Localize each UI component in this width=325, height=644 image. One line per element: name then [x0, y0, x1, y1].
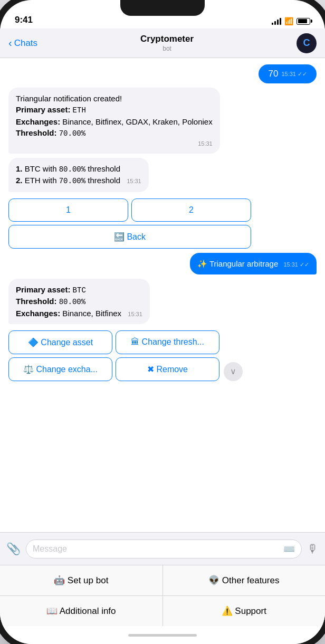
bubble-line: Triangular notification created!: [16, 93, 213, 104]
signal-icon: [272, 18, 281, 25]
received-bubble: Triangular notification created! Primary…: [8, 88, 220, 154]
message-row: Primary asset: BTC Threshold: 80.00% Exc…: [8, 279, 317, 324]
keyboard-button-change-asset[interactable]: 🔷 Change asset: [8, 330, 112, 354]
sent-bubble: ✨ Triangular arbitrage 15:31 ✓✓: [190, 253, 317, 274]
bubble-line: Exchanges: Binance, Bitfinex, GDAX, Krak…: [16, 116, 213, 127]
bubble-time: 15:31 ✓✓: [281, 71, 307, 78]
bottom-kb-other-features[interactable]: 👽 Other features: [163, 565, 326, 595]
chat-area: 70 15:31 ✓✓ Triangular notification crea…: [0, 58, 325, 532]
notch: [120, 0, 205, 16]
message-row: ✨ Triangular arbitrage 15:31 ✓✓: [8, 253, 317, 274]
input-bar: 📎 Message ⌨️ 🎙: [0, 532, 325, 565]
attach-icon[interactable]: 📎: [6, 542, 21, 556]
keyboard-button-back[interactable]: 🔙 Back: [8, 225, 251, 249]
keyboard-container: 1 2 🔙 Back: [8, 198, 251, 249]
bubble-time: 15:31: [16, 140, 213, 148]
keyboard-row: ⚖️ Change excha... ✖ Remove: [8, 357, 219, 381]
keyboard-container: 🔷 Change asset 🏛 Change thresh... ⚖️ Cha…: [8, 330, 219, 381]
bubble-line: 1. BTC with 80.00% threshold: [16, 163, 141, 175]
status-time: 9:41: [15, 15, 33, 25]
chat-subtitle: bot: [140, 45, 194, 52]
bubble-time: 15:31: [127, 178, 141, 184]
avatar[interactable]: C: [297, 33, 317, 53]
home-bar: [128, 634, 197, 637]
keyboard-row: 🔷 Change asset 🏛 Change thresh...: [8, 330, 219, 354]
chat-title: Cryptometer: [140, 34, 194, 44]
keyboard-button-2[interactable]: 2: [131, 198, 251, 222]
keyboard-row: 1 2: [8, 198, 251, 222]
message-row: 1. BTC with 80.00% threshold 2. ETH with…: [8, 158, 317, 192]
bottom-kb-support[interactable]: ⚠️ Support: [163, 596, 326, 626]
bubble-line: Primary asset: BTC: [16, 284, 142, 296]
keyboard-row: 🔙 Back: [8, 225, 251, 249]
keyboard-icon: ⌨️: [283, 543, 295, 555]
mic-icon[interactable]: 🎙: [307, 542, 319, 556]
received-bubble: 1. BTC with 80.00% threshold 2. ETH with…: [8, 158, 149, 192]
wifi-icon: 📶: [284, 17, 293, 25]
back-button[interactable]: ‹ Chats: [8, 37, 37, 49]
message-row: 70 15:31 ✓✓: [8, 64, 317, 83]
bubble-line: Primary asset: ETH: [16, 104, 213, 116]
bubble-time: 15:31 ✓✓: [283, 261, 309, 268]
bottom-keyboard: 🤖 Set up bot 👽 Other features 📖 Addition…: [0, 565, 325, 626]
keyboard-button-change-exchange[interactable]: ⚖️ Change excha...: [8, 357, 112, 381]
message-placeholder: Message: [33, 544, 279, 554]
bubble-line: 2. ETH with 70.00% threshold 15:31: [16, 175, 141, 187]
bottom-kb-additional-info[interactable]: 📖 Additional info: [0, 596, 162, 626]
bubble-text: ✨ Triangular arbitrage: [197, 259, 278, 268]
keyboard-button-1[interactable]: 1: [8, 198, 128, 222]
inline-keyboard-row: 🔷 Change asset 🏛 Change thresh... ⚖️ Cha…: [8, 328, 317, 381]
bubble-text: 70: [268, 69, 278, 79]
chevron-left-icon: ‹: [8, 37, 12, 49]
chevron-down-icon: ∨: [230, 366, 236, 376]
sent-bubble: 70 15:31 ✓✓: [259, 64, 317, 83]
back-label: Chats: [14, 38, 37, 49]
home-indicator: [0, 626, 325, 644]
bubble-line: Threshold: 70.00%: [16, 127, 213, 139]
keyboard-button-remove[interactable]: ✖ Remove: [116, 357, 219, 381]
message-row: Triangular notification created! Primary…: [8, 88, 317, 154]
nav-bar: ‹ Chats Cryptometer bot C: [0, 29, 325, 58]
message-input-container[interactable]: Message ⌨️: [26, 539, 302, 558]
nav-title-section: Cryptometer bot: [140, 34, 194, 52]
bubble-time: 15:31: [128, 311, 142, 317]
bottom-kb-setup-bot[interactable]: 🤖 Set up bot: [0, 565, 162, 595]
bubble-line: Threshold: 80.00%: [16, 296, 142, 308]
status-icons: 📶: [272, 17, 310, 25]
inline-keyboard: 1 2 🔙 Back: [8, 196, 317, 249]
battery-icon: [297, 18, 310, 25]
phone-frame: 9:41 📶 ‹ Chats Cryptometer bot C: [0, 0, 325, 644]
received-bubble: Primary asset: BTC Threshold: 80.00% Exc…: [8, 279, 150, 324]
keyboard-button-change-threshold[interactable]: 🏛 Change thresh...: [116, 330, 219, 354]
bubble-line: Exchanges: Binance, Bitfinex 15:31: [16, 308, 142, 319]
scroll-down-button[interactable]: ∨: [224, 362, 243, 381]
